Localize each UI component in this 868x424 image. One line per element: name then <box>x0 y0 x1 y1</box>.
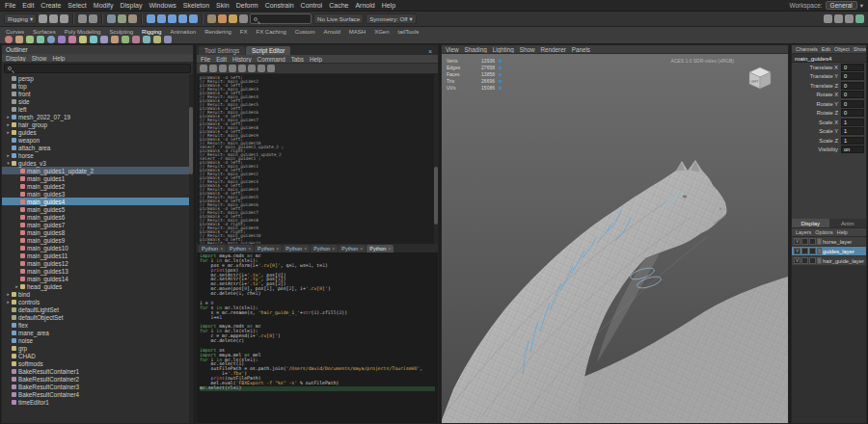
quick-search-input[interactable] <box>250 13 312 24</box>
shelf-tab-fx-caching[interactable]: FX Caching <box>256 29 285 35</box>
undo-icon[interactable] <box>78 14 87 23</box>
layer-color-swatch[interactable] <box>817 238 822 245</box>
layer-editor-menu-layers[interactable]: Layers <box>796 229 811 235</box>
script-input-tab[interactable]: Python× <box>311 245 338 252</box>
menu-edit[interactable]: Edit <box>22 2 34 9</box>
script-input-tab[interactable]: Python× <box>199 245 226 252</box>
outliner-item[interactable]: ▾guides_v3 <box>2 159 189 167</box>
select-object-icon[interactable] <box>118 14 126 23</box>
outliner-item[interactable]: main_guides10 <box>2 244 189 252</box>
snap-view-icon[interactable] <box>189 14 198 23</box>
layer-playback-toggle[interactable] <box>801 248 808 254</box>
snap-grid-icon[interactable] <box>147 14 155 23</box>
expand-arrow-icon[interactable]: ▸ <box>5 129 12 135</box>
live-surface-indicator[interactable]: No Live Surface <box>313 13 364 24</box>
viewport-menu-panels[interactable]: Panels <box>572 46 590 53</box>
channel-box-toggle-icon[interactable] <box>845 14 854 23</box>
expand-arrow-icon[interactable]: ▸ <box>5 299 12 305</box>
viewport-menu-shading[interactable]: Shading <box>465 46 487 53</box>
menu-file[interactable]: File <box>5 2 15 9</box>
open-script-icon[interactable] <box>209 65 217 72</box>
layer-editor-menu-options[interactable]: Options <box>815 229 833 235</box>
script-input-tab[interactable]: Python× <box>227 245 254 252</box>
channel-box-menu-show[interactable]: Show <box>854 46 866 52</box>
channel-attribute-value[interactable]: 0 <box>841 100 864 108</box>
joint-tool-icon[interactable] <box>90 36 97 43</box>
script-input-tab[interactable]: Python× <box>255 245 282 252</box>
outliner-item[interactable]: softmods <box>2 359 189 367</box>
execute-all-icon[interactable] <box>258 65 265 72</box>
cluster-icon[interactable] <box>132 36 140 43</box>
cube-icon[interactable] <box>15 36 23 43</box>
shelf-tab-tailtools[interactable]: tailTools <box>398 29 420 35</box>
view-cube[interactable]: LEFT <box>747 66 773 91</box>
menu-constrain[interactable]: Constrain <box>265 2 294 9</box>
ik-handle-icon[interactable] <box>100 36 108 43</box>
outliner-item[interactable]: ▸hair_group <box>2 120 189 128</box>
channel-attribute-value[interactable]: 1 <box>841 119 864 126</box>
close-tab-icon[interactable]: × <box>220 245 223 252</box>
script-editor-tab-tool-settings[interactable]: Tool Settings <box>199 46 245 55</box>
outliner-menu-help[interactable]: Help <box>52 55 65 62</box>
menu-deform[interactable]: Deform <box>236 2 258 9</box>
channel-attribute-value[interactable]: 0 <box>841 91 864 98</box>
menu-set-dropdown[interactable]: Rigging ▾ <box>4 13 37 24</box>
modeling-toolkit-toggle-icon[interactable] <box>855 14 864 23</box>
blendshape-icon[interactable] <box>164 36 172 43</box>
attribute-editor-toggle-icon[interactable] <box>824 14 832 23</box>
shelf-tab-mash[interactable]: MASH <box>349 29 366 35</box>
outliner-item[interactable]: noise <box>2 336 189 344</box>
shelf-tab-sculpting[interactable]: Sculpting <box>109 29 133 35</box>
outliner-item[interactable]: main_guides1_update_2 <box>2 167 189 174</box>
layer-row[interactable]: Vhorse_layer <box>792 237 866 247</box>
outliner-item[interactable]: persp <box>2 74 189 82</box>
outliner-item[interactable]: main_guides14 <box>2 275 189 282</box>
clear-history-icon[interactable] <box>229 65 236 72</box>
outliner-item[interactable]: defaultLightSet <box>2 305 189 313</box>
menu-skeleton[interactable]: Skeleton <box>183 2 209 9</box>
snap-point-icon[interactable] <box>168 14 176 23</box>
outliner-item[interactable]: main_guides13 <box>2 267 189 275</box>
new-scene-icon[interactable] <box>39 14 47 23</box>
outliner-item[interactable]: ▸mesh_2022_07_19 <box>2 113 189 120</box>
expand-arrow-icon[interactable]: ▸ <box>14 283 20 289</box>
outliner-item[interactable]: main_guides4 <box>2 198 189 205</box>
save-scene-icon[interactable] <box>60 14 68 23</box>
show-stack-trace-icon[interactable] <box>248 65 256 72</box>
curve-tool-icon[interactable] <box>68 36 76 43</box>
layer-visibility-toggle[interactable]: V <box>794 238 800 245</box>
echo-commands-icon[interactable] <box>238 65 246 72</box>
outliner-item[interactable]: main_guides5 <box>2 205 189 213</box>
shelf-tab-animation[interactable]: Animation <box>170 29 196 35</box>
layer-playback-toggle[interactable] <box>801 257 808 264</box>
viewport-menu-lighting[interactable]: Lighting <box>493 46 514 53</box>
script-output-scrollbar[interactable] <box>434 74 438 244</box>
close-tab-icon[interactable]: × <box>360 245 363 252</box>
outliner-item[interactable]: grp <box>2 344 189 352</box>
shelf-tab-rendering[interactable]: Rendering <box>204 29 231 35</box>
channel-box-menu-object[interactable]: Object <box>834 46 850 52</box>
expand-arrow-icon[interactable]: ▸ <box>5 291 12 297</box>
text-tool-icon[interactable] <box>79 36 87 43</box>
layer-row[interactable]: Vguides_layer <box>792 247 866 256</box>
outliner-item[interactable]: side <box>2 97 189 105</box>
expand-arrow-icon[interactable]: ▸ <box>5 114 12 119</box>
script-input-tab[interactable]: Python× <box>366 245 393 252</box>
layer-editor-tab-anim[interactable]: Anim <box>829 219 867 227</box>
tool-settings-toggle-icon[interactable] <box>834 14 843 23</box>
menu-modify[interactable]: Modify <box>94 2 114 9</box>
expand-arrow-icon[interactable]: ▸ <box>5 121 12 127</box>
close-tab-icon[interactable]: × <box>248 245 251 252</box>
channel-box-menu-edit[interactable]: Edit <box>822 46 830 52</box>
layer-editor-tab-display[interactable]: Display <box>792 219 829 227</box>
outliner-item[interactable]: main_guides1 <box>2 174 189 182</box>
channel-attribute-value[interactable]: 0 <box>841 82 864 90</box>
close-tab-icon[interactable]: × <box>332 245 335 252</box>
select-component-icon[interactable] <box>128 14 137 23</box>
wrap-deformer-icon[interactable] <box>153 36 161 43</box>
viewport-canvas[interactable]: Verts13936Edges27658Faces13858Tris26696U… <box>442 54 788 423</box>
menu-display[interactable]: Display <box>120 2 142 9</box>
script-editor-menu-command[interactable]: Command <box>258 56 285 63</box>
menu-arnold[interactable]: Arnold <box>355 2 374 9</box>
outliner-item[interactable]: front <box>2 90 189 97</box>
